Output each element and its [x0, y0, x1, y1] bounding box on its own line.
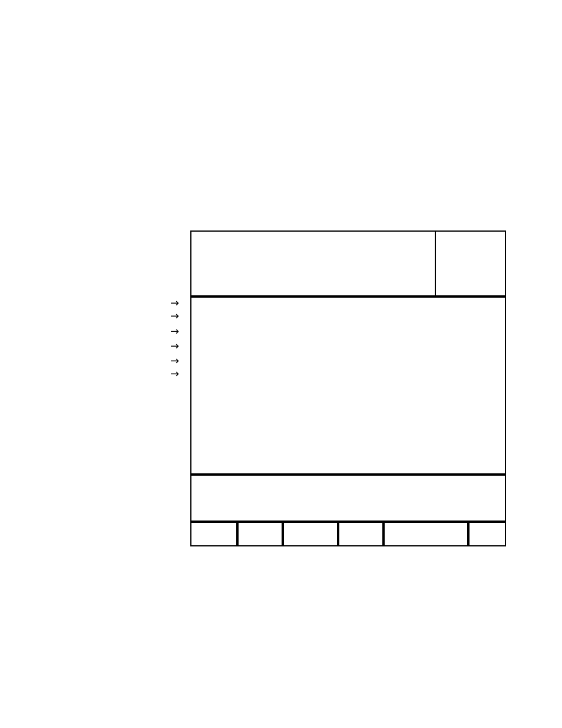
bottom-cell	[283, 522, 338, 546]
arrow-right-icon: →	[170, 298, 179, 308]
bottom-cell	[190, 522, 237, 546]
bottom-cell	[384, 522, 468, 546]
arrow-right-icon: →	[170, 326, 179, 337]
bottom-cell	[468, 522, 506, 546]
bottom-cell	[237, 522, 283, 546]
top-right-cell	[435, 230, 506, 297]
arrow-right-icon: →	[170, 368, 179, 379]
lower-strip	[190, 475, 506, 522]
arrow-right-icon: →	[170, 355, 179, 366]
arrow-right-icon: →	[170, 311, 179, 321]
arrow-right-icon: →	[170, 341, 179, 351]
bottom-cell	[338, 522, 384, 546]
middle-area	[190, 297, 506, 475]
